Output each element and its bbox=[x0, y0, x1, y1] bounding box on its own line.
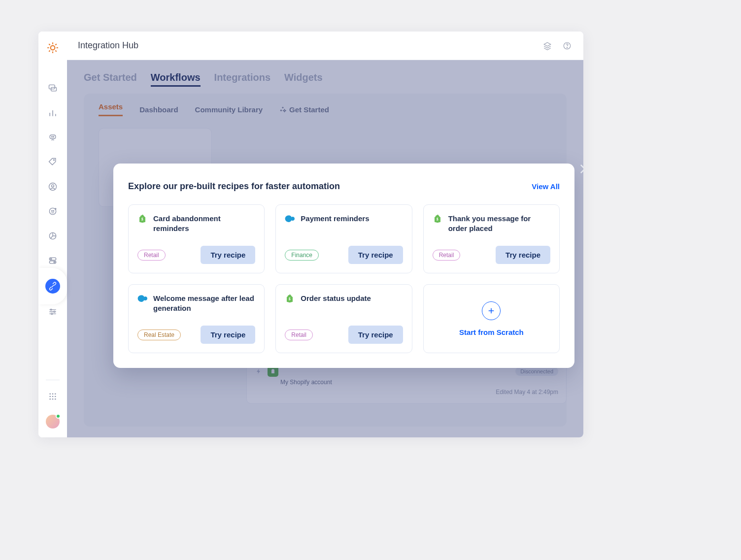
recipe-card: Thank you message for order placedRetail… bbox=[423, 204, 560, 273]
salesforce-icon bbox=[137, 294, 147, 303]
svg-point-0 bbox=[51, 46, 55, 50]
rail-ai-icon[interactable] bbox=[46, 205, 59, 218]
svg-point-5 bbox=[53, 136, 54, 137]
rail-divider bbox=[46, 380, 60, 380]
rail-pie-icon[interactable] bbox=[46, 230, 59, 242]
svg-point-19 bbox=[54, 311, 55, 313]
app-window: Integration Hub Get Started Workflows In… bbox=[38, 32, 583, 437]
recipe-tag: Retail bbox=[433, 250, 461, 261]
recipe-card: Card abandonment remindersRetailTry reci… bbox=[128, 204, 265, 273]
rail-chart-icon[interactable] bbox=[46, 106, 59, 119]
user-avatar[interactable] bbox=[46, 415, 60, 428]
help-icon[interactable] bbox=[562, 40, 573, 51]
try-recipe-button[interactable]: Try recipe bbox=[348, 246, 403, 264]
svg-point-31 bbox=[567, 47, 567, 48]
layers-icon[interactable] bbox=[542, 40, 553, 51]
recipe-title: Thank you message for order placed bbox=[448, 214, 550, 233]
svg-point-27 bbox=[49, 398, 51, 400]
svg-point-4 bbox=[52, 136, 53, 137]
svg-point-12 bbox=[55, 208, 56, 209]
start-from-scratch-card[interactable]: Start from Scratch bbox=[423, 284, 560, 353]
try-recipe-button[interactable]: Try recipe bbox=[348, 326, 403, 344]
recipe-card: Order status updateRetailTry recipe bbox=[275, 284, 412, 353]
main-area: Integration Hub Get Started Workflows In… bbox=[67, 32, 583, 437]
topbar: Integration Hub bbox=[67, 32, 583, 60]
shopify-icon bbox=[285, 294, 295, 303]
try-recipe-button[interactable]: Try recipe bbox=[496, 246, 550, 264]
svg-rect-1 bbox=[49, 85, 55, 89]
svg-point-29 bbox=[55, 398, 56, 400]
recipe-tag: Real Estate bbox=[137, 329, 181, 340]
recipes-modal: Explore our pre-built recipes for faster… bbox=[113, 164, 574, 368]
svg-point-8 bbox=[52, 185, 54, 187]
recipe-title: Card abandonment reminders bbox=[153, 214, 255, 233]
status-online-dot bbox=[56, 414, 61, 419]
svg-point-24 bbox=[49, 396, 51, 397]
recipe-tag: Retail bbox=[285, 329, 313, 340]
sidebar-rail bbox=[38, 32, 67, 437]
svg-point-21 bbox=[49, 393, 51, 395]
rail-integration-icon[interactable] bbox=[45, 279, 60, 294]
recipe-grid: Card abandonment remindersRetailTry reci… bbox=[128, 204, 560, 353]
svg-point-17 bbox=[54, 262, 55, 263]
view-all-link[interactable]: View All bbox=[532, 182, 560, 191]
recipe-card: Payment remindersFinanceTry recipe bbox=[275, 204, 412, 273]
recipe-title: Welcome message after lead generation bbox=[153, 294, 255, 313]
shopify-icon bbox=[433, 214, 442, 224]
rail-chat-icon[interactable] bbox=[46, 82, 59, 95]
close-icon[interactable] bbox=[576, 161, 583, 177]
rail-user-icon[interactable] bbox=[46, 180, 59, 193]
brand-logo[interactable] bbox=[46, 41, 59, 54]
try-recipe-button[interactable]: Try recipe bbox=[201, 246, 255, 264]
shopify-icon bbox=[137, 214, 147, 224]
page-title: Integration Hub bbox=[78, 40, 138, 51]
svg-point-22 bbox=[52, 393, 54, 395]
modal-title: Explore our pre-built recipes for faster… bbox=[128, 181, 340, 192]
svg-point-23 bbox=[55, 393, 56, 395]
start-from-scratch-label: Start from Scratch bbox=[459, 328, 524, 336]
rail-sliders-icon[interactable] bbox=[46, 305, 59, 318]
recipe-tag: Finance bbox=[285, 250, 319, 261]
plus-icon bbox=[482, 301, 501, 320]
svg-rect-3 bbox=[50, 135, 56, 139]
svg-point-10 bbox=[52, 210, 53, 211]
recipe-title: Payment reminders bbox=[301, 214, 369, 224]
rail-toggle-icon[interactable] bbox=[46, 254, 59, 267]
svg-point-6 bbox=[54, 160, 55, 161]
svg-point-26 bbox=[55, 396, 56, 397]
svg-point-20 bbox=[51, 313, 53, 315]
recipe-title: Order status update bbox=[301, 294, 371, 303]
svg-point-25 bbox=[52, 396, 54, 397]
rail-bot-icon[interactable] bbox=[46, 131, 59, 144]
rail-tag-icon[interactable] bbox=[46, 156, 59, 168]
salesforce-icon bbox=[285, 214, 295, 224]
svg-point-15 bbox=[50, 258, 52, 260]
try-recipe-button[interactable]: Try recipe bbox=[201, 326, 255, 344]
svg-point-18 bbox=[50, 309, 52, 311]
rail-apps-icon[interactable] bbox=[46, 390, 59, 403]
recipe-card: Welcome message after lead generationRea… bbox=[128, 284, 265, 353]
svg-point-28 bbox=[52, 398, 54, 400]
recipe-tag: Retail bbox=[137, 250, 166, 261]
svg-point-11 bbox=[53, 210, 54, 211]
